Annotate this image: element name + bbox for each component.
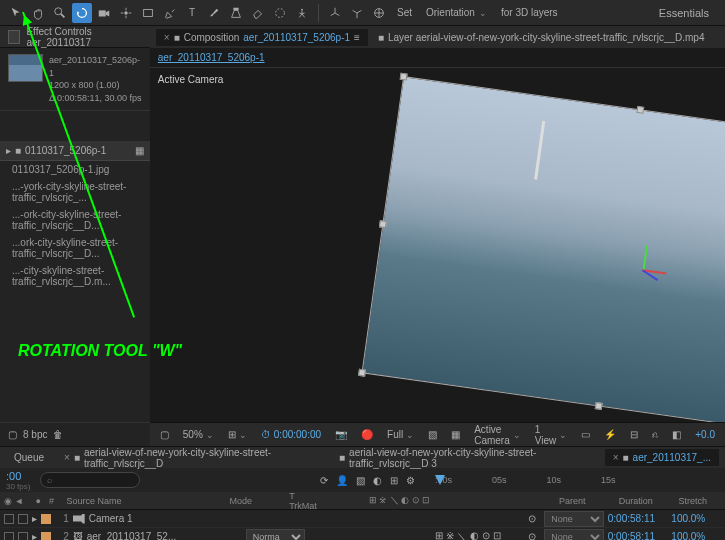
project-row[interactable]: ...ork-city-skyline-street-traffic_rvlsc… xyxy=(0,234,150,262)
timeline-panel: :0030 fps) ⟳ 👤 ▧ ◐ ⊞ ⚙ :00s 05s 10s 15s … xyxy=(0,468,725,540)
current-time[interactable]: ⏱ 0:00:00:00 xyxy=(257,429,325,440)
zoom-tool-icon[interactable] xyxy=(50,3,70,23)
pan-behind-tool-icon[interactable] xyxy=(116,3,136,23)
transform-handle[interactable] xyxy=(399,73,407,81)
composition-tab[interactable]: ■ Composition aer_20110317_5206p-1 ≡ xyxy=(156,29,368,46)
transform-handle[interactable] xyxy=(595,402,603,410)
pen-tool-icon[interactable] xyxy=(160,3,180,23)
orientation-dropdown[interactable]: Orientation xyxy=(420,5,493,20)
camera-tool-icon[interactable] xyxy=(94,3,114,23)
roto-brush-tool-icon[interactable] xyxy=(270,3,290,23)
pixel-aspect-icon[interactable]: ▭ xyxy=(577,429,594,440)
timeline-search[interactable] xyxy=(40,472,140,488)
project-panel: Effect Controls aer_20110317 aer_2011031… xyxy=(0,26,150,446)
ae-logo-icon xyxy=(8,30,20,44)
view-axis-icon[interactable] xyxy=(369,3,389,23)
resolution-dropdown[interactable]: ⊞ xyxy=(224,429,251,440)
render-queue-tab[interactable]: Queue xyxy=(6,449,52,466)
timeline-icon[interactable]: ⊟ xyxy=(626,429,642,440)
quality-dropdown[interactable]: Full xyxy=(383,429,418,440)
rect-tool-icon[interactable] xyxy=(138,3,158,23)
svg-point-0 xyxy=(55,7,62,14)
thumbnail xyxy=(8,54,43,82)
local-axis-icon[interactable] xyxy=(325,3,345,23)
type-tool-icon[interactable]: T xyxy=(182,3,202,23)
composition-panel: ■ Composition aer_20110317_5206p-1 ≡ ■La… xyxy=(150,26,725,446)
svg-point-3 xyxy=(124,11,128,15)
layer-tab[interactable]: ■Layer aerial-view-of-new-york-city-skyl… xyxy=(370,29,713,46)
parent-dropdown[interactable]: None xyxy=(544,529,604,541)
rotation-tool-icon[interactable] xyxy=(72,3,92,23)
motion-blur-icon[interactable]: ◐ xyxy=(373,475,382,486)
svg-rect-4 xyxy=(144,9,153,16)
layer-row[interactable]: ▸ 2 🖼aer_20110317_52... Norma ⊞※＼◐⊙⊡ ⊙ N… xyxy=(0,528,725,540)
bpc-label[interactable]: 8 bpc xyxy=(23,429,47,440)
region-icon[interactable]: ▦ xyxy=(447,429,464,440)
hand-tool-icon[interactable] xyxy=(28,3,48,23)
zoom-dropdown[interactable]: 50% xyxy=(179,429,218,440)
project-row[interactable]: ...-york-city-skyline-street-traffic_rvl… xyxy=(0,178,150,206)
project-item-meta: aer_20110317_5206p-1 1200 x 800 (1.00) Δ… xyxy=(49,54,142,104)
parent-dropdown[interactable]: None xyxy=(544,511,604,527)
trash-icon[interactable]: 🗑 xyxy=(53,429,63,440)
svg-point-7 xyxy=(301,8,303,10)
project-row[interactable]: 0110317_5206p-1.jpg xyxy=(0,161,150,178)
project-row[interactable]: ...-ork-city-skyline-street-traffic_rvls… xyxy=(0,206,150,234)
timeline-tab[interactable]: ■aerial-view-of-new-york-city-skyline-st… xyxy=(56,444,327,472)
interpret-footage-icon[interactable]: ▢ xyxy=(8,429,17,440)
3d-gizmo[interactable] xyxy=(626,253,660,287)
svg-line-1 xyxy=(61,13,65,17)
snapshot-icon[interactable]: 📷 xyxy=(331,429,351,440)
viewer-footer: ▢ 50% ⊞ ⏱ 0:00:00:00 📷 🔴 Full ▧ ▦ Active… xyxy=(150,422,725,446)
world-axis-icon[interactable] xyxy=(347,3,367,23)
exposure-reset-icon[interactable]: ◧ xyxy=(668,429,685,440)
top-toolbar: T Set Orientation for 3D layers Essentia… xyxy=(0,0,725,26)
layer-row[interactable]: ▸ 1 Camera 1 ⊙ None 0:00:58:11 100.0% xyxy=(0,510,725,528)
camera-layer-icon xyxy=(73,514,85,524)
transform-handle[interactable] xyxy=(379,220,387,228)
effect-controls-label: Effect Controls aer_20110317 xyxy=(26,26,141,48)
timeline-tab[interactable]: ■aerial-view-of-new-york-city-skyline-st… xyxy=(331,444,601,472)
graph-editor-icon[interactable]: ⊞ xyxy=(390,475,398,486)
flowchart-icon[interactable]: ⎌ xyxy=(648,429,662,440)
views-dropdown[interactable]: 1 View xyxy=(531,424,572,446)
brush-tool-icon[interactable] xyxy=(204,3,224,23)
close-icon[interactable] xyxy=(164,32,170,43)
transform-handle[interactable] xyxy=(358,369,366,377)
active-camera-label: Active Camera xyxy=(158,74,224,85)
transform-handle[interactable] xyxy=(636,106,644,114)
hide-shy-icon[interactable]: 👤 xyxy=(336,475,348,486)
timeline-tab[interactable]: ■aer_20110317_... xyxy=(605,449,719,466)
layer-canvas[interactable] xyxy=(361,76,725,422)
blend-mode-dropdown[interactable]: Norma xyxy=(246,529,306,541)
camera-dropdown[interactable]: Active Camera xyxy=(470,424,525,446)
selection-tool-icon[interactable] xyxy=(6,3,26,23)
timeline-columns: ◉ ◄ ● # Source Name Mode T TrkMat ⊞ ※ ＼ … xyxy=(0,492,725,510)
project-row[interactable]: ...-city-skyline-street-traffic_rvlscrjc… xyxy=(0,262,150,290)
exposure-value[interactable]: +0.0 xyxy=(691,429,719,440)
effect-controls-tab[interactable]: Effect Controls aer_20110317 xyxy=(0,26,150,48)
set-label: Set xyxy=(391,7,418,18)
footage-layer-icon: 🖼 xyxy=(73,531,83,540)
composition-viewer[interactable]: Active Camera xyxy=(150,68,725,422)
svg-point-6 xyxy=(276,8,285,17)
project-selected-item[interactable]: aer_20110317_5206p-1 1200 x 800 (1.00) Δ… xyxy=(0,48,150,111)
time-ruler[interactable]: :00s 05s 10s 15s xyxy=(435,475,725,485)
timeline-time[interactable]: :00 xyxy=(6,470,21,482)
channel-icon[interactable]: 🔴 xyxy=(357,429,377,440)
clone-stamp-tool-icon[interactable] xyxy=(226,3,246,23)
workspace-selector[interactable]: Essentials xyxy=(649,3,719,23)
draft3d-icon[interactable]: ⟳ xyxy=(320,475,328,486)
eraser-tool-icon[interactable] xyxy=(248,3,268,23)
timeline-tabs: Queue ■aerial-view-of-new-york-city-skyl… xyxy=(0,446,725,468)
for-3d-label: for 3D layers xyxy=(495,7,564,18)
svg-rect-2 xyxy=(99,10,106,16)
frame-blend-icon[interactable]: ▧ xyxy=(356,475,365,486)
fast-preview-icon[interactable]: ⚡ xyxy=(600,429,620,440)
always-preview-icon[interactable]: ▢ xyxy=(156,429,173,440)
comp-breadcrumb[interactable]: aer_20110317_5206p-1 xyxy=(150,48,725,68)
project-comp-header[interactable]: ▸■0110317_5206p-1 ▦ xyxy=(0,141,150,161)
brainstorm-icon[interactable]: ⚙ xyxy=(406,475,415,486)
transparency-icon[interactable]: ▧ xyxy=(424,429,441,440)
puppet-tool-icon[interactable] xyxy=(292,3,312,23)
